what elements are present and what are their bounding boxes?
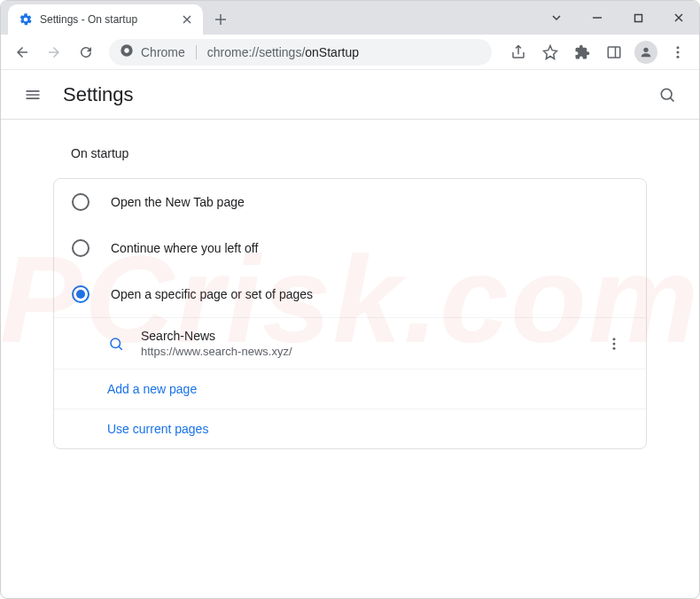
settings-header: Settings	[1, 70, 699, 120]
chevron-down-icon[interactable]	[536, 4, 577, 32]
minimize-button[interactable]	[577, 4, 618, 32]
omnibox[interactable]: Chrome chrome://settings/onStartup	[109, 39, 492, 66]
radio-label: Open a specific page or set of pages	[111, 287, 313, 301]
chrome-icon	[120, 43, 134, 60]
svg-point-13	[613, 346, 616, 349]
back-button[interactable]	[8, 38, 36, 66]
toolbar: Chrome chrome://settings/onStartup	[1, 35, 699, 70]
svg-point-7	[677, 51, 680, 53]
page-more-button[interactable]	[600, 330, 628, 358]
close-icon[interactable]	[180, 12, 194, 27]
radio-icon	[72, 285, 89, 303]
omnibox-separator	[196, 45, 197, 59]
gear-icon	[19, 12, 33, 27]
svg-point-11	[613, 338, 616, 340]
maximize-button[interactable]	[618, 4, 658, 32]
titlebar: Settings - On startup	[1, 1, 699, 35]
svg-point-10	[111, 338, 121, 348]
radio-label: Continue where you left off	[111, 241, 258, 255]
svg-rect-3	[608, 47, 620, 58]
omnibox-url-path: onStartup	[305, 45, 359, 59]
content-area: On startup Open the New Tab page Continu…	[1, 120, 699, 598]
svg-rect-0	[634, 14, 642, 21]
radio-label: Open the New Tab page	[111, 195, 245, 209]
omnibox-chrome-label: Chrome	[141, 45, 185, 59]
startup-page-row: Search-News https://www.search-news.xyz/	[54, 317, 646, 369]
tab-title: Settings - On startup	[40, 13, 173, 26]
profile-button[interactable]	[632, 38, 660, 66]
svg-point-9	[661, 89, 672, 99]
search-icon[interactable]	[653, 81, 681, 109]
search-icon	[107, 335, 125, 353]
close-button[interactable]	[658, 4, 699, 32]
startup-page-name: Search-News	[141, 329, 584, 343]
omnibox-url-prefix: chrome://settings/	[207, 45, 306, 59]
svg-point-5	[643, 47, 648, 51]
svg-point-12	[613, 342, 616, 345]
add-new-page-link[interactable]: Add a new page	[54, 369, 646, 408]
radio-new-tab[interactable]: Open the New Tab page	[54, 179, 646, 225]
browser-tab[interactable]: Settings - On startup	[8, 4, 203, 35]
hamburger-menu-icon[interactable]	[19, 81, 47, 109]
forward-button[interactable]	[40, 38, 68, 66]
share-icon[interactable]	[504, 38, 533, 66]
section-title: On startup	[53, 146, 647, 160]
svg-point-8	[677, 55, 680, 58]
star-icon[interactable]	[536, 38, 564, 66]
on-startup-card: Open the New Tab page Continue where you…	[53, 178, 647, 449]
radio-specific-pages[interactable]: Open a specific page or set of pages	[54, 271, 646, 317]
svg-point-6	[677, 46, 680, 49]
side-panel-icon[interactable]	[600, 38, 628, 66]
startup-page-url: https://www.search-news.xyz/	[141, 345, 584, 358]
svg-point-2	[124, 48, 128, 52]
extensions-icon[interactable]	[568, 38, 596, 66]
menu-button[interactable]	[664, 38, 692, 66]
use-current-pages-link[interactable]: Use current pages	[54, 408, 646, 448]
radio-icon	[72, 239, 89, 257]
page-title: Settings	[63, 83, 134, 106]
radio-icon	[72, 193, 89, 211]
radio-continue[interactable]: Continue where you left off	[54, 225, 646, 271]
reload-button[interactable]	[72, 38, 100, 66]
new-tab-button[interactable]	[208, 7, 233, 32]
